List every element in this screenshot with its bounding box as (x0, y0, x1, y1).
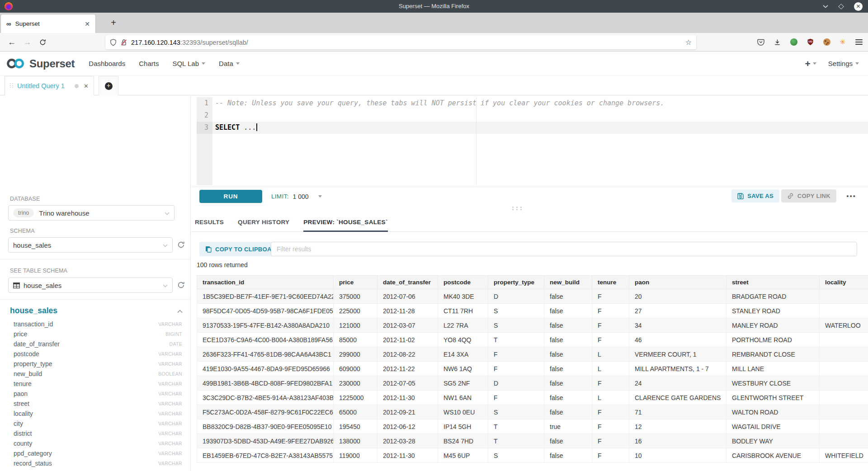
schema-select[interactable]: house_sales (8, 237, 173, 253)
extension-green-icon[interactable] (790, 38, 797, 46)
results-header-cell[interactable]: postcode (438, 276, 488, 289)
results-cell: T (488, 419, 544, 434)
schema-column: streetVARCHAR (0, 399, 190, 409)
results-cell: 2012-11-30 (377, 391, 438, 405)
results-header-cell[interactable]: date_of_transfer (377, 276, 438, 289)
table-schema-select[interactable]: house_sales (8, 278, 173, 293)
results-header-cell[interactable]: property_type (488, 276, 544, 289)
schema-column: countyVARCHAR (0, 438, 190, 448)
settings-menu[interactable]: Settings (828, 60, 859, 67)
results-cell (820, 304, 868, 318)
copy-link-button[interactable]: COPY LINK (781, 189, 836, 203)
editor-line[interactable]: SELECT ... (212, 122, 868, 134)
results-cell: YO8 4QQ (438, 333, 488, 347)
results-cell: false (544, 347, 592, 362)
schema-column-name: price (14, 330, 165, 338)
limit-dropdown[interactable]: LIMIT: 1 000 (271, 190, 322, 203)
table-name-heading[interactable]: house_sales (10, 306, 57, 316)
results-header-cell[interactable]: paon (629, 276, 726, 289)
tab-close-icon[interactable]: ✕ (85, 20, 90, 28)
refresh-schemas-icon[interactable] (177, 241, 185, 249)
reload-button[interactable] (35, 35, 50, 49)
schema-column: cityVARCHAR (0, 419, 190, 429)
new-query-tab-button[interactable]: + (99, 76, 118, 95)
save-as-button[interactable]: SAVE AS (731, 189, 779, 203)
editor-line[interactable]: -- Note: Unless you save your query, the… (212, 97, 868, 109)
results-cell: BODLEY WAY (726, 434, 820, 448)
downloads-icon[interactable] (774, 39, 781, 46)
nav-charts[interactable]: Charts (139, 60, 159, 67)
run-button[interactable]: RUN (199, 190, 262, 203)
nav-data[interactable]: Data (219, 60, 240, 67)
window-minimize-button[interactable] (823, 5, 828, 8)
results-header-cell[interactable]: new_build (544, 276, 592, 289)
editor-toolbar: RUN LIMIT: 1 000 SAVE AS COPY LINK ••• (191, 187, 868, 212)
panel-resize-handle[interactable] (512, 207, 523, 211)
schema-column: record_statusVARCHAR (0, 458, 190, 468)
query-tab-untitled-query-1[interactable]: Untitled Query 1 ✕ (5, 76, 94, 95)
app-header: Superset Dashboards Charts SQL Lab Data … (0, 52, 868, 76)
forward-button[interactable]: → (20, 35, 34, 49)
results-header-cell[interactable]: tenure (592, 276, 629, 289)
results-cell: F (488, 362, 544, 376)
url-bar[interactable]: 217.160.120.143:32393/superset/sqllab/ ☆ (105, 35, 696, 49)
ublock-origin-icon[interactable]: UO (807, 38, 814, 46)
query-tab-close-icon[interactable]: ✕ (84, 83, 89, 89)
editor-code[interactable]: -- Note: Unless you save your query, the… (212, 97, 868, 185)
drag-handle-icon[interactable] (10, 83, 13, 89)
schema-column-type: VARCHAR (158, 411, 182, 416)
results-cell: IP14 5GH (438, 419, 488, 434)
table-schema-select-value: house_sales (24, 282, 61, 289)
tab-preview-house-sales[interactable]: PREVIEW: `HOUSE_SALES` (303, 212, 387, 232)
insecure-lock-icon[interactable] (121, 39, 127, 46)
superset-logo[interactable]: Superset (6, 57, 75, 70)
results-header-cell[interactable]: price (334, 276, 377, 289)
results-row: 1B5C39ED-BE7F-41EF-9E71-9C60EED74A223750… (197, 289, 868, 304)
window-close-button[interactable]: ✕ (854, 2, 863, 11)
tab-query-history[interactable]: QUERY HISTORY (238, 212, 289, 232)
collapse-table-icon[interactable] (177, 310, 183, 313)
results-header-cell[interactable]: street (726, 276, 820, 289)
refresh-tables-icon[interactable] (177, 281, 185, 289)
results-cell: MILL APARTMENTS, 1 - 7 (629, 362, 726, 376)
back-button[interactable]: ← (5, 35, 19, 49)
results-header-cell[interactable]: locality (820, 276, 868, 289)
nav-dashboards[interactable]: Dashboards (89, 60, 125, 67)
sql-editor[interactable]: 123 -- Note: Unless you save your query,… (191, 95, 868, 187)
cookie-extension-icon[interactable] (823, 38, 830, 46)
window-maximize-button[interactable] (838, 4, 844, 9)
nav-sql-lab[interactable]: SQL Lab (172, 60, 205, 67)
filter-results-input[interactable] (271, 242, 857, 256)
results-cell: MK40 3DE (438, 289, 488, 304)
url-host: 217.160.120.143 (131, 39, 180, 46)
browser-tab-title: Superset (15, 20, 85, 27)
results-cell: 193907D3-5DBD-453D-A49E-9FEE27DAB926 (197, 434, 334, 448)
results-table-container[interactable]: transaction_idpricedate_of_transferpostc… (197, 275, 868, 471)
results-cell: PORTHOLME ROAD (726, 333, 820, 347)
add-new-button[interactable]: + (805, 59, 816, 68)
bookmark-star-icon[interactable]: ☆ (685, 39, 692, 46)
pocket-icon[interactable] (757, 39, 764, 46)
menu-icon[interactable] (855, 39, 863, 45)
results-cell: F (592, 448, 629, 463)
results-header-cell[interactable]: transaction_id (197, 276, 334, 289)
schema-column: date_of_transferDATE (0, 339, 190, 349)
table-schema-label: SEE TABLE SCHEMA (10, 268, 67, 274)
schema-column-name: date_of_transfer (14, 340, 170, 348)
results-cell: 2012-07-06 (377, 289, 438, 304)
browser-tab[interactable]: ∞ Superset ✕ (1, 14, 95, 33)
database-select[interactable]: trino Trino warehouse (8, 205, 175, 221)
query-tab-bar: Untitled Query 1 ✕ + (0, 76, 868, 95)
results-cell: 2012-11-22 (377, 362, 438, 376)
new-tab-button[interactable]: + (108, 17, 119, 29)
tab-results[interactable]: RESULTS (195, 212, 224, 232)
link-icon (787, 193, 794, 199)
extension-asterisk-icon[interactable]: ✳ (840, 38, 846, 46)
results-cell: CLARENCE GATE GARDENS (629, 391, 726, 405)
results-cell: S (488, 304, 544, 318)
editor-line[interactable] (212, 109, 868, 122)
main-nav: Dashboards Charts SQL Lab Data (89, 60, 239, 67)
more-actions-button[interactable]: ••• (846, 192, 856, 200)
superset-infinity-icon (6, 57, 25, 70)
tracking-protection-shield-icon[interactable] (110, 39, 117, 46)
